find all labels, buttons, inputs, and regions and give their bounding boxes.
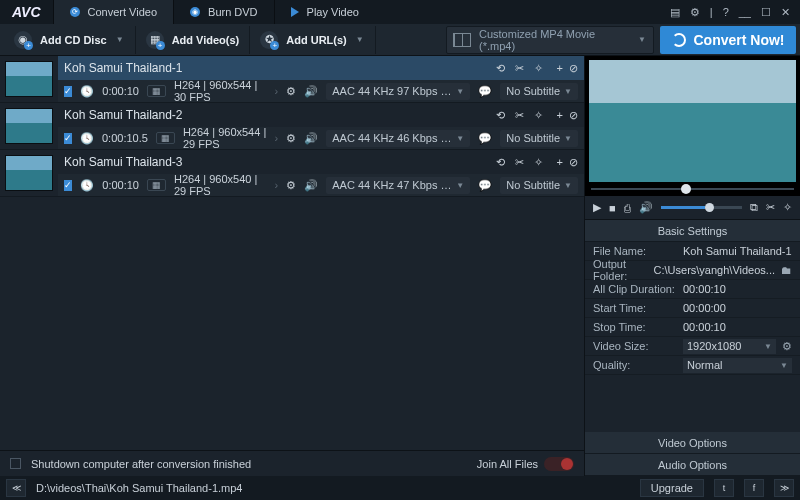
settings-small-icon[interactable]: ⚙: [286, 132, 296, 145]
shutdown-checkbox[interactable]: [10, 458, 21, 469]
video-options-header[interactable]: Video Options: [585, 432, 800, 454]
effects-icon[interactable]: ✧: [534, 156, 543, 169]
seek-bar[interactable]: [585, 182, 800, 196]
facebook-icon[interactable]: f: [744, 479, 764, 497]
tab-burn-dvd[interactable]: ◉Burn DVD: [173, 0, 274, 24]
audio-track-select[interactable]: AAC 44 KHz 97 Kbps 2 CH ...▼: [326, 83, 470, 100]
video-thumbnail[interactable]: [5, 155, 53, 191]
add-videos-button[interactable]: ▦Add Video(s): [136, 26, 251, 54]
globe-add-icon: ✪: [260, 31, 278, 49]
trim-icon[interactable]: ✂: [766, 201, 775, 214]
film-icon: [453, 33, 471, 47]
stop-button[interactable]: ■: [609, 202, 616, 214]
basic-settings-header[interactable]: Basic Settings: [585, 220, 800, 242]
remove-icon[interactable]: ⊘: [569, 62, 578, 75]
close-icon[interactable]: ✕: [781, 6, 790, 19]
gear-icon[interactable]: ⚙: [782, 340, 792, 353]
minimize-icon[interactable]: __: [739, 6, 751, 18]
refresh-icon[interactable]: ⟲: [496, 156, 505, 169]
label-video-size: Video Size:: [593, 340, 677, 352]
join-files-toggle[interactable]: [544, 457, 574, 471]
chevron-right-icon: ›: [275, 132, 279, 144]
add-icon[interactable]: +: [557, 109, 563, 122]
audio-track-select[interactable]: AAC 44 KHz 47 Kbps 2 CH ...▼: [326, 177, 470, 194]
label-file-name: File Name:: [593, 245, 677, 257]
output-profile-select[interactable]: Customized MP4 Movie (*.mp4)▼: [446, 26, 654, 54]
audio-options-header[interactable]: Audio Options: [585, 454, 800, 476]
subtitle-select[interactable]: No Subtitle▼: [500, 130, 578, 147]
disc-icon: ◉: [190, 7, 200, 17]
value-output-folder[interactable]: C:\Users\yangh\Videos...: [654, 264, 775, 276]
video-thumbnail[interactable]: [5, 108, 53, 144]
next-button[interactable]: ≫: [774, 479, 794, 497]
video-size-select[interactable]: 1920x1080▼: [683, 339, 776, 354]
add-icon[interactable]: +: [557, 156, 563, 169]
remove-icon[interactable]: ⊘: [569, 109, 578, 122]
clock-icon: 🕓: [80, 179, 94, 192]
twitter-icon[interactable]: t: [714, 479, 734, 497]
effects-icon[interactable]: ✧: [534, 62, 543, 75]
codec-info: H264 | 960x540 | 29 FPS: [174, 173, 267, 197]
main-area: Koh Samui Thailand-1 ⟲✂✧ +⊘ ✓ 🕓 0:00:10 …: [0, 56, 800, 476]
list-item[interactable]: Koh Samui Thailand-3 ⟲✂✧ +⊘ ✓ 🕓 0:00:10 …: [0, 150, 584, 197]
chevron-down-icon[interactable]: ▼: [355, 35, 365, 44]
refresh-icon: [672, 33, 686, 47]
tab-play-video[interactable]: Play Video: [274, 0, 375, 24]
list-item[interactable]: Koh Samui Thailand-2 ⟲✂✧ +⊘ ✓ 🕓 0:00:10.…: [0, 103, 584, 150]
file-name: Koh Samui Thailand-2: [64, 108, 490, 122]
app-logo: AVC: [0, 4, 53, 20]
quality-select[interactable]: Normal▼: [683, 358, 792, 373]
snapshot-button[interactable]: ⎙: [624, 202, 631, 214]
window-controls: ▤ ⚙ | ? __ ☐ ✕: [660, 6, 800, 19]
value-file-name[interactable]: Koh Samui Thailand-1: [683, 245, 792, 257]
cut-icon[interactable]: ✂: [515, 62, 524, 75]
audio-icon: 🔊: [304, 179, 318, 192]
add-icon[interactable]: +: [557, 62, 563, 75]
video-preview: [585, 56, 800, 196]
settings-small-icon[interactable]: ⚙: [286, 85, 296, 98]
duration: 0:00:10: [102, 179, 139, 191]
seek-thumb[interactable]: [681, 184, 691, 194]
convert-now-button[interactable]: Convert Now!: [660, 26, 796, 54]
volume-icon[interactable]: 🔊: [639, 201, 653, 214]
settings-icon[interactable]: ⚙: [690, 6, 700, 19]
value-start-time[interactable]: 00:00:00: [683, 302, 792, 314]
subtitle-select[interactable]: No Subtitle▼: [500, 177, 578, 194]
checkbox[interactable]: ✓: [64, 180, 72, 191]
add-cd-disc-button[interactable]: ◉Add CD Disc▼: [4, 26, 136, 54]
video-thumbnail[interactable]: [5, 61, 53, 97]
refresh-icon[interactable]: ⟲: [496, 62, 505, 75]
preview-frame[interactable]: [589, 60, 796, 182]
refresh-icon[interactable]: ⟲: [496, 109, 505, 122]
browse-folder-icon[interactable]: 🖿: [781, 264, 792, 276]
audio-icon: 🔊: [304, 85, 318, 98]
checkbox[interactable]: ✓: [64, 133, 72, 144]
divider: |: [710, 6, 713, 18]
chevron-down-icon[interactable]: ▼: [115, 35, 125, 44]
chevron-right-icon: ›: [275, 85, 279, 97]
remove-icon[interactable]: ⊘: [569, 156, 578, 169]
subtitle-select[interactable]: No Subtitle▼: [500, 83, 578, 100]
audio-track-select[interactable]: AAC 44 KHz 46 Kbps 1 CH ...▼: [326, 130, 470, 147]
list-item[interactable]: Koh Samui Thailand-1 ⟲✂✧ +⊘ ✓ 🕓 0:00:10 …: [0, 56, 584, 103]
upgrade-button[interactable]: Upgrade: [640, 479, 704, 497]
detach-icon[interactable]: ⧉: [750, 201, 758, 214]
codec-info: H264 | 960x544 | 29 FPS: [183, 126, 267, 150]
menu-icon[interactable]: ▤: [670, 6, 680, 19]
crop-icon[interactable]: ✧: [783, 201, 792, 214]
cut-icon[interactable]: ✂: [515, 109, 524, 122]
cut-icon[interactable]: ✂: [515, 156, 524, 169]
maximize-icon[interactable]: ☐: [761, 6, 771, 19]
film-icon: ▦: [156, 132, 175, 144]
value-stop-time[interactable]: 00:00:10: [683, 321, 792, 333]
checkbox[interactable]: ✓: [64, 86, 72, 97]
add-urls-button[interactable]: ✪Add URL(s)▼: [250, 26, 376, 54]
audio-label: AAC 44 KHz 97 Kbps 2 CH ...: [332, 85, 452, 97]
volume-slider[interactable]: [661, 206, 742, 209]
effects-icon[interactable]: ✧: [534, 109, 543, 122]
tab-convert-video[interactable]: ⟳Convert Video: [53, 0, 174, 24]
help-icon[interactable]: ?: [723, 6, 729, 18]
play-button[interactable]: ▶: [593, 201, 601, 214]
prev-button[interactable]: ≪: [6, 479, 26, 497]
settings-small-icon[interactable]: ⚙: [286, 179, 296, 192]
